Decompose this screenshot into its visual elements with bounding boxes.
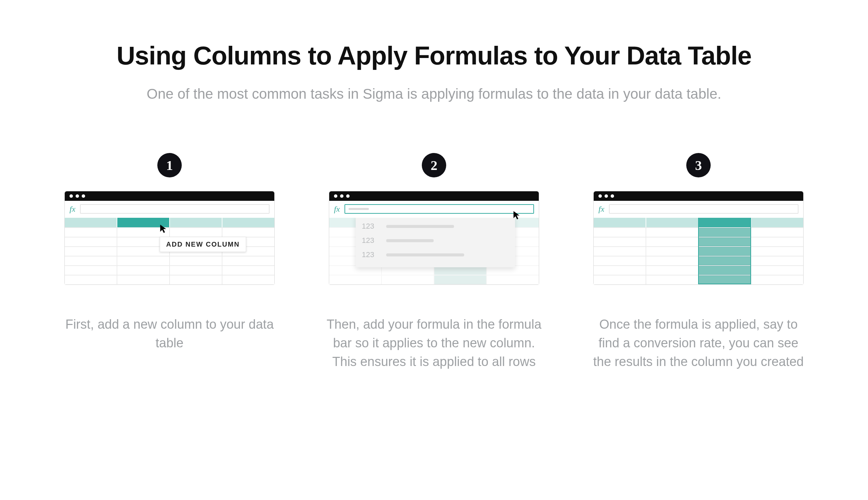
autocomplete-row[interactable]: 123 [362,234,509,248]
add-column-tooltip: ADD NEW COLUMN [160,237,246,252]
table-header-cell-selected[interactable] [699,218,751,227]
autocomplete-type-badge: 123 [362,236,378,245]
window-dot-icon [599,194,602,198]
step-2: 2 fx [322,153,546,371]
window-dot-icon [346,194,350,198]
table-header-cell[interactable] [751,218,803,227]
illustration-window: fx [65,191,275,285]
table-header-cell[interactable] [222,218,274,227]
fx-icon: fx [334,205,340,213]
step-badge: 2 [422,153,446,178]
page-subtitle: One of the most common tasks in Sigma is… [47,86,821,102]
formula-input[interactable] [345,204,534,214]
formula-input[interactable] [609,204,798,214]
table-header-cell[interactable] [170,218,222,227]
autocomplete-row[interactable]: 123 [362,248,509,262]
window-dot-icon [604,194,608,198]
step-1: 1 fx [58,153,281,371]
window-dot-icon [70,194,73,198]
step-caption: Then, add your formula in the formula ba… [325,315,543,371]
table-header-cell[interactable] [65,218,117,227]
autocomplete-type-badge: 123 [362,222,378,231]
window-dot-icon [76,194,79,198]
formula-autocomplete[interactable]: 123 123 123 [356,215,515,267]
window-titlebar [594,191,803,201]
step-caption: First, add a new column to your data tab… [61,315,278,352]
formula-bar: fx [65,201,274,218]
steps-row: 1 fx [47,153,821,371]
autocomplete-row[interactable]: 123 [362,219,509,234]
page-title: Using Columns to Apply Formulas to Your … [47,41,821,70]
table-header-cell-selected[interactable] [117,218,170,227]
spreadsheet: ADD NEW COLUMN [65,218,274,284]
step-3: 3 fx [587,153,810,371]
fx-icon: fx [599,205,604,213]
window-dot-icon [334,194,337,198]
autocomplete-type-badge: 123 [362,250,378,259]
formula-input[interactable] [80,204,269,214]
formula-bar: fx [329,201,539,218]
window-dot-icon [340,194,344,198]
window-titlebar [329,191,539,201]
spreadsheet [594,218,803,284]
illustration-window: fx [329,191,539,285]
window-dot-icon [611,194,614,198]
illustration-window: fx [593,191,803,285]
table-header-cell[interactable] [594,218,646,227]
formula-bar: fx [594,201,803,218]
table-header-cell[interactable] [646,218,699,227]
step-caption: Once the formula is applied, say to find… [590,315,807,371]
step-badge: 3 [686,153,711,178]
window-titlebar [65,191,274,201]
window-dot-icon [82,194,85,198]
fx-icon: fx [70,205,75,213]
step-badge: 1 [157,153,182,178]
